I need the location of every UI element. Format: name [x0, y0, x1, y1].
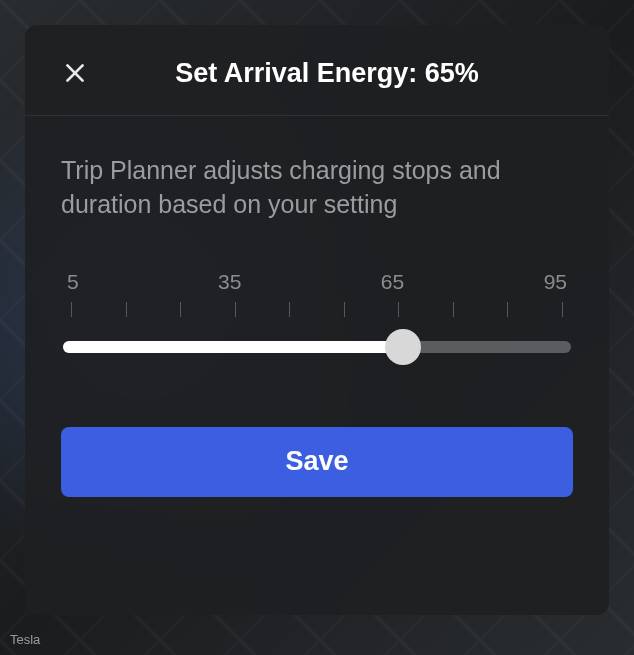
slider-ticks: [63, 302, 571, 317]
slider-label: 35: [218, 270, 241, 294]
slider-container: 5 35 65 95: [61, 270, 573, 367]
tick: [344, 302, 345, 317]
tick: [126, 302, 127, 317]
tick: [180, 302, 181, 317]
arrival-energy-modal: Set Arrival Energy: 65% Trip Planner adj…: [25, 25, 609, 615]
modal-header: Set Arrival Energy: 65%: [25, 25, 609, 115]
description-text: Trip Planner adjusts charging stops and …: [61, 154, 573, 222]
save-button[interactable]: Save: [61, 427, 573, 497]
slider-thumb[interactable]: [385, 329, 421, 365]
modal-title: Set Arrival Energy: 65%: [75, 58, 579, 89]
tick: [398, 302, 399, 317]
tick: [235, 302, 236, 317]
tick: [453, 302, 454, 317]
tick: [71, 302, 72, 317]
modal-content: Trip Planner adjusts charging stops and …: [25, 116, 609, 527]
tick: [562, 302, 563, 317]
tick: [507, 302, 508, 317]
energy-slider[interactable]: [63, 327, 571, 367]
slider-labels: 5 35 65 95: [63, 270, 571, 294]
tick: [289, 302, 290, 317]
slider-label: 65: [381, 270, 404, 294]
slider-label: 5: [67, 270, 79, 294]
slider-fill: [63, 341, 403, 353]
slider-label: 95: [544, 270, 567, 294]
attribution-text: Tesla: [10, 632, 40, 647]
